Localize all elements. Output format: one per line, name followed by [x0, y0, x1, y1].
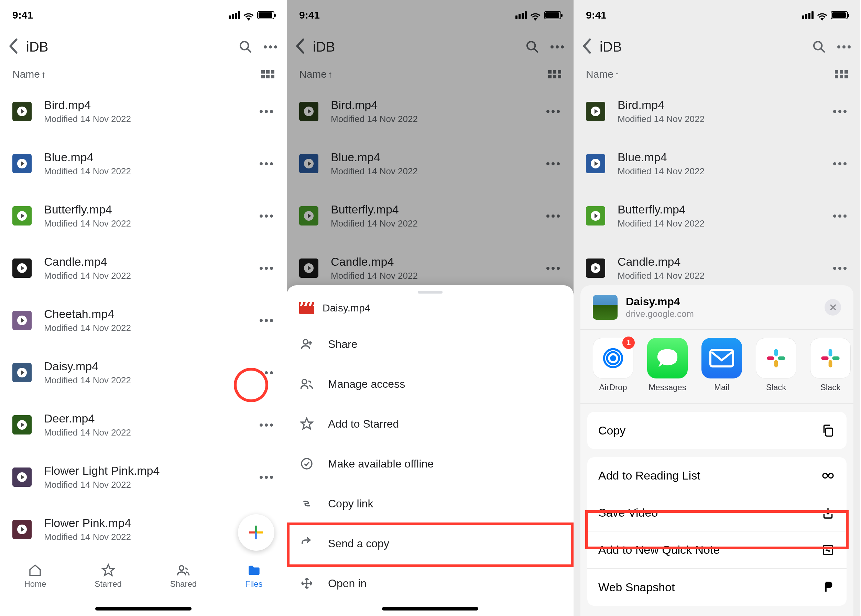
person-plus-icon [299, 336, 314, 352]
file-row[interactable]: Bird.mp4 Modified 14 Nov 2022 [586, 85, 848, 137]
share-app-mail[interactable]: Mail [702, 338, 742, 392]
back-button[interactable] [295, 38, 305, 55]
share-app-messages[interactable]: Messages [647, 338, 688, 392]
file-row[interactable]: Butterfly.mp4 Modified 14 Nov 2022 [299, 190, 561, 242]
file-more-button[interactable] [545, 110, 561, 113]
home-indicator[interactable] [95, 607, 192, 611]
wifi-icon [244, 11, 254, 19]
action-note[interactable]: Add to New Quick Note [587, 531, 847, 569]
file-info: Candle.mp4 Modified 14 Nov 2022 [44, 255, 258, 281]
play-icon [17, 420, 27, 430]
sheet-item-link[interactable]: Copy link [287, 484, 573, 523]
file-more-button[interactable] [258, 162, 274, 165]
file-row[interactable]: Blue.mp4 Modified 14 Nov 2022 [586, 137, 848, 190]
home-icon [28, 563, 42, 577]
share-app-airdrop[interactable]: 1 AirDrop [593, 338, 633, 392]
sheet-action-list: Share Manage access Add to Starred Make … [287, 324, 573, 603]
file-info: Deer.mp4 Modified 14 Nov 2022 [44, 412, 258, 438]
svg-rect-18 [829, 349, 833, 356]
file-info: Flower Light Pink.mp4 Modified 14 Nov 20… [44, 464, 258, 490]
sheet-item-label: Send a copy [328, 537, 389, 550]
back-button[interactable] [582, 38, 592, 55]
tab-home[interactable]: Home [24, 563, 46, 616]
download-icon [820, 505, 836, 520]
file-more-button[interactable] [258, 371, 274, 374]
file-more-button[interactable] [258, 319, 274, 322]
status-indicators [229, 11, 274, 19]
sort-button[interactable]: Name ↑ [299, 68, 332, 80]
file-more-button[interactable] [258, 476, 274, 479]
file-row[interactable]: Flower Pink.mp4 Modified 14 Nov 2022 [13, 503, 274, 555]
play-icon [591, 159, 600, 168]
search-button[interactable] [524, 39, 540, 55]
sheet-item-people[interactable]: Manage access [287, 364, 573, 404]
svg-point-23 [823, 473, 827, 478]
file-row[interactable]: Daisy.mp4 Modified 14 Nov 2022 [13, 347, 274, 399]
file-info: Daisy.mp4 Modified 14 Nov 2022 [44, 360, 258, 386]
sheet-item-check-circle[interactable]: Make available offline [287, 444, 573, 484]
action-glasses[interactable]: Add to Reading List [587, 457, 847, 494]
sheet-item-person-plus[interactable]: Share [287, 324, 573, 364]
file-row[interactable]: Bird.mp4 Modified 14 Nov 2022 [13, 85, 274, 137]
file-row[interactable]: Cheetah.mp4 Modified 14 Nov 2022 [13, 294, 274, 347]
tab-files[interactable]: Files [245, 563, 263, 616]
fab-add-button[interactable] [238, 514, 274, 551]
file-more-button[interactable] [831, 267, 848, 270]
share-app-slack[interactable]: Slack [756, 338, 796, 392]
tab-label: Files [245, 579, 263, 589]
app-header: iDB [0, 30, 287, 63]
file-meta: Modified 14 Nov 2022 [617, 166, 831, 177]
file-row[interactable]: Butterfly.mp4 Modified 14 Nov 2022 [13, 190, 274, 242]
back-button[interactable] [8, 38, 18, 55]
view-toggle-button[interactable] [548, 70, 561, 79]
file-more-button[interactable] [545, 162, 561, 165]
action-label: Copy [598, 424, 625, 437]
share-app-slack[interactable]: Slack [810, 338, 851, 392]
header-more-button[interactable] [262, 39, 279, 55]
file-name: Flower Light Pink.mp4 [44, 464, 258, 478]
action-p[interactable]: Web Snapshot [587, 569, 847, 606]
sheet-item-move[interactable]: Open in [287, 563, 573, 603]
app-label: Messages [649, 383, 686, 392]
file-row[interactable]: Flower Light Pink.mp4 Modified 14 Nov 20… [13, 451, 274, 503]
sort-button[interactable]: Name ↑ [13, 68, 46, 80]
file-list: Bird.mp4 Modified 14 Nov 2022 Blue.mp4 M… [0, 85, 287, 555]
search-button[interactable] [237, 39, 254, 55]
file-more-button[interactable] [831, 110, 848, 113]
action-download[interactable]: Save Video [587, 494, 847, 531]
close-button[interactable]: ✕ [825, 299, 841, 316]
file-row[interactable]: Bird.mp4 Modified 14 Nov 2022 [299, 85, 561, 137]
header-more-button[interactable] [549, 39, 565, 55]
header-more-button[interactable] [836, 39, 852, 55]
file-row[interactable]: Deer.mp4 Modified 14 Nov 2022 [13, 399, 274, 451]
file-row[interactable]: Butterfly.mp4 Modified 14 Nov 2022 [586, 190, 848, 242]
search-button[interactable] [811, 39, 827, 55]
file-more-button[interactable] [831, 162, 848, 165]
file-more-button[interactable] [258, 215, 274, 218]
home-indicator[interactable] [382, 607, 478, 611]
check-circle-icon [299, 456, 314, 471]
file-row[interactable]: Blue.mp4 Modified 14 Nov 2022 [13, 137, 274, 190]
file-more-button[interactable] [545, 215, 561, 218]
sheet-drag-handle[interactable] [418, 291, 442, 294]
file-info: Bird.mp4 Modified 14 Nov 2022 [617, 98, 831, 124]
play-icon [591, 211, 600, 221]
sort-button[interactable]: Name ↑ [586, 68, 619, 80]
sheet-item-arrow-share[interactable]: Send a copy [287, 523, 573, 563]
view-toggle-button[interactable] [261, 70, 274, 79]
action-label: Add to New Quick Note [598, 543, 720, 556]
file-row[interactable]: Candle.mp4 Modified 14 Nov 2022 [13, 242, 274, 294]
file-more-button[interactable] [545, 267, 561, 270]
file-row[interactable]: Blue.mp4 Modified 14 Nov 2022 [299, 137, 561, 190]
file-info: Butterfly.mp4 Modified 14 Nov 2022 [44, 203, 258, 229]
file-more-button[interactable] [258, 110, 274, 113]
file-more-button[interactable] [258, 423, 274, 427]
file-thumbnail [13, 311, 31, 330]
sheet-item-star[interactable]: Add to Starred [287, 404, 573, 444]
file-name: Butterfly.mp4 [44, 203, 258, 216]
action-copy[interactable]: Copy [587, 412, 847, 449]
view-toggle-button[interactable] [835, 70, 848, 79]
app-label: Mail [714, 383, 729, 392]
file-more-button[interactable] [258, 267, 274, 270]
file-more-button[interactable] [831, 215, 848, 218]
